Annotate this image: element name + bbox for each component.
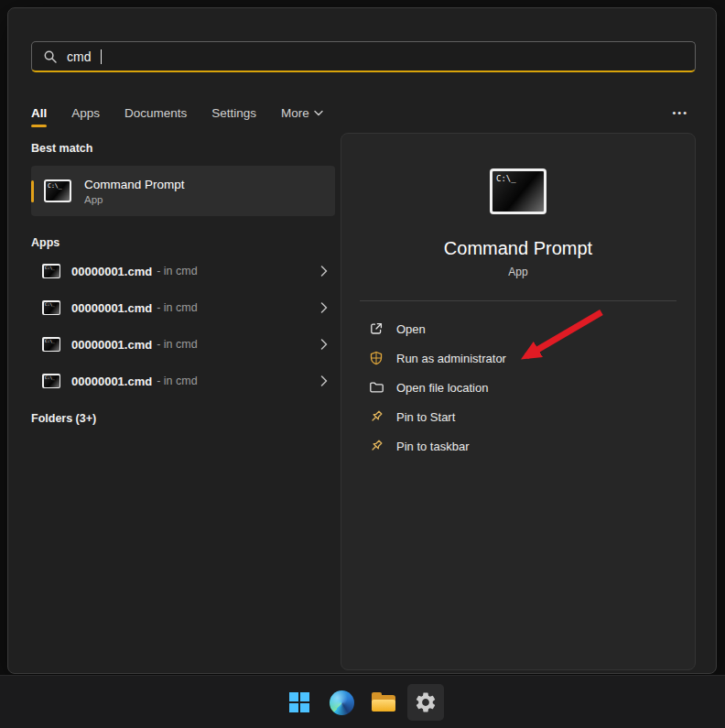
- search-input[interactable]: cmd: [31, 41, 696, 72]
- taskbar-icons: [281, 684, 444, 721]
- action-open-file-location[interactable]: Open file location: [369, 373, 695, 402]
- best-match-item[interactable]: C:\_ Command Prompt App: [31, 166, 335, 216]
- cmd-glyph: C:\_: [45, 266, 55, 271]
- chevron-right-icon[interactable]: [320, 266, 328, 277]
- action-pin-to-start[interactable]: Pin to Start: [369, 402, 695, 431]
- edge-browser-button[interactable]: [323, 684, 360, 721]
- best-match-meta: Command Prompt App: [84, 178, 185, 205]
- chevron-right-icon[interactable]: [320, 375, 328, 386]
- folder-icon: [369, 380, 384, 395]
- more-options-button[interactable]: •••: [668, 101, 692, 125]
- action-run-as-administrator[interactable]: Run as administrator: [369, 343, 695, 373]
- best-match-header: Best match: [31, 142, 335, 158]
- cmd-glyph: C:\_: [45, 340, 55, 344]
- cmd-file-icon: C:\_: [42, 300, 60, 315]
- search-icon: [43, 49, 58, 64]
- result-name: 00000001.cmd: [71, 265, 152, 278]
- search-result-item-1[interactable]: C:\_ 00000001.cmd - in cmd: [31, 253, 335, 289]
- action-pin-to-taskbar-label: Pin to taskbar: [396, 440, 470, 453]
- open-icon: [369, 321, 384, 336]
- action-run-as-administrator-label: Run as administrator: [396, 352, 506, 365]
- result-context: - in cmd: [157, 301, 197, 314]
- text-caret: [101, 49, 102, 64]
- search-result-item-2[interactable]: C:\_ 00000001.cmd - in cmd: [31, 289, 335, 326]
- taskbar: [0, 675, 725, 728]
- divider: [360, 300, 676, 301]
- search-filter-tabs: All Apps Documents Settings More: [31, 101, 323, 125]
- pin-icon: [369, 409, 384, 424]
- settings-button[interactable]: [407, 684, 444, 721]
- tab-documents-label: Documents: [124, 106, 187, 120]
- result-name: 00000001.cmd: [71, 375, 152, 388]
- command-prompt-icon-large: C:\_: [490, 168, 546, 214]
- folders-header: Folders (3+): [31, 412, 335, 429]
- windows-search-screen: cmd All Apps Documents Settings More: [0, 0, 725, 728]
- start-button[interactable]: [281, 684, 318, 721]
- cmd-file-icon: C:\_: [42, 264, 60, 278]
- action-pin-to-taskbar[interactable]: Pin to taskbar: [369, 431, 695, 461]
- result-name: 00000001.cmd: [71, 301, 152, 315]
- chevron-right-icon[interactable]: [320, 339, 328, 350]
- tab-apps-label: Apps: [71, 106, 100, 120]
- action-open[interactable]: Open: [369, 314, 695, 343]
- result-name: 00000001.cmd: [71, 338, 152, 352]
- action-open-file-location-label: Open file location: [396, 381, 488, 395]
- tab-settings[interactable]: Settings: [211, 106, 256, 120]
- tab-settings-label: Settings: [211, 106, 256, 120]
- best-match-subtitle: App: [84, 194, 185, 205]
- search-result-item-4[interactable]: C:\_ 00000001.cmd - in cmd: [31, 363, 335, 399]
- action-open-label: Open: [396, 322, 426, 336]
- result-context: - in cmd: [157, 375, 197, 387]
- cmd-file-icon: C:\_: [42, 374, 60, 388]
- cmd-file-icon: C:\_: [42, 337, 60, 352]
- tab-all-label: All: [31, 106, 47, 120]
- best-match-title: Command Prompt: [84, 178, 185, 191]
- apps-result-list: C:\_ 00000001.cmd - in cmd C:\_ 00000001…: [31, 253, 335, 399]
- search-query-text: cmd: [67, 49, 91, 64]
- windows-logo-icon: [289, 692, 309, 712]
- cmd-glyph: C:\_: [48, 183, 62, 190]
- tab-more-label: More: [281, 106, 309, 120]
- action-pin-to-start-label: Pin to Start: [396, 410, 455, 424]
- preview-pane: C:\_ Command Prompt App Open: [341, 133, 696, 670]
- preview-app-name: Command Prompt: [341, 238, 695, 259]
- gear-icon: [414, 690, 438, 714]
- admin-shield-icon: [369, 351, 384, 365]
- tab-all[interactable]: All: [31, 106, 47, 120]
- result-context: - in cmd: [157, 338, 197, 351]
- tab-apps[interactable]: Apps: [71, 106, 100, 120]
- result-context: - in cmd: [157, 265, 197, 277]
- tab-more[interactable]: More: [281, 106, 323, 120]
- tab-documents[interactable]: Documents: [124, 106, 187, 120]
- preview-app-type: App: [341, 266, 695, 278]
- search-flyout: cmd All Apps Documents Settings More: [7, 7, 717, 674]
- pin-icon: [369, 439, 384, 453]
- results-column: Best match C:\_ Command Prompt App Apps: [31, 142, 335, 429]
- file-explorer-icon: [371, 692, 396, 713]
- command-prompt-icon: C:\_: [44, 179, 71, 202]
- chevron-right-icon[interactable]: [320, 302, 328, 313]
- action-list: Open Run as administrator Open file loca…: [341, 314, 695, 461]
- search-result-item-3[interactable]: C:\_ 00000001.cmd - in cmd: [31, 326, 335, 363]
- cmd-glyph: C:\_: [45, 376, 55, 381]
- cmd-glyph: C:\_: [45, 303, 55, 308]
- file-explorer-button[interactable]: [365, 684, 402, 721]
- edge-icon: [330, 690, 354, 715]
- chevron-down-icon: [314, 110, 323, 116]
- apps-header: Apps: [31, 236, 335, 253]
- selection-indicator: [31, 180, 34, 202]
- cmd-glyph: C:\_: [496, 175, 516, 183]
